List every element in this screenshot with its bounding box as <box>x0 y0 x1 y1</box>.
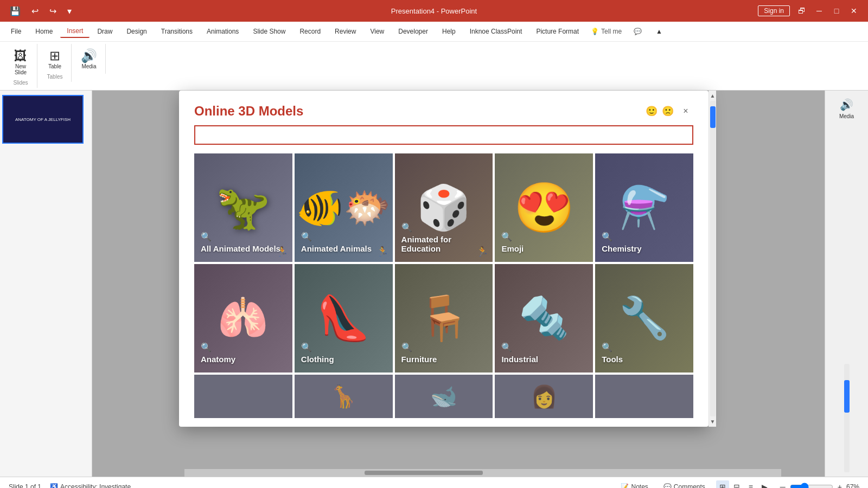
zoom-level-label: 67% <box>846 483 859 489</box>
dialog-scrollbar[interactable]: ▲ ▼ <box>709 91 716 427</box>
tab-developer[interactable]: Developer <box>392 25 435 37</box>
category-card-animated-animals[interactable]: 🐠🐡 🔍 Animated Animals 🏃 <box>295 153 393 262</box>
tab-view[interactable]: View <box>363 25 391 37</box>
thumbs-down-icon[interactable]: 🙁 <box>662 105 674 117</box>
customize-icon[interactable]: ▾ <box>64 5 75 17</box>
scroll-thumb[interactable] <box>710 106 716 128</box>
card-name-education: Animated for Education <box>401 235 487 253</box>
category-card-clothing[interactable]: 👠 🔍 Clothing <box>295 264 393 373</box>
window-controls: 🗗 ─ □ ✕ <box>794 3 861 18</box>
card-footer-education: 🏃 <box>476 246 488 258</box>
slideshow-view-icon[interactable]: ▶ <box>758 480 771 489</box>
category-card-anatomy[interactable]: 🫁 🔍 Anatomy <box>194 264 292 373</box>
slide-thumbnail[interactable]: ANATOMY OF A JELLYFISH <box>2 95 84 144</box>
card-label-chemistry: 🔍 Chemistry <box>595 227 693 262</box>
notes-icon: 📝 <box>621 483 629 489</box>
dialog-search-area <box>194 125 693 145</box>
partial-card-4-content: 👩 <box>495 375 593 418</box>
collapse-ribbon-btn[interactable]: ▲ <box>649 25 669 37</box>
restore-window-icon[interactable]: 🗗 <box>794 3 809 18</box>
comments-ribbon-btn[interactable]: 💬 <box>627 25 648 37</box>
scroll-up-button[interactable]: ▲ <box>709 92 717 100</box>
tab-design[interactable]: Design <box>120 25 153 37</box>
card-footer-all-animated: 🏃 <box>276 246 288 258</box>
dialog-header: Online 3D Models 🙂 🙁 × <box>179 91 709 125</box>
tab-animations[interactable]: Animations <box>200 25 245 37</box>
scroll-track <box>710 101 716 416</box>
card-name-animated-animals: Animated Animals <box>301 244 386 253</box>
tab-record[interactable]: Record <box>293 25 327 37</box>
partial-card-4[interactable]: 👩 <box>495 375 593 418</box>
zoom-out-button[interactable]: ─ <box>778 483 788 489</box>
reading-view-icon[interactable]: ≡ <box>744 480 757 489</box>
table-label: Table <box>48 63 61 69</box>
table-group: ⊞ Table Tables <box>39 44 72 82</box>
normal-view-icon[interactable]: ⊞ <box>716 480 729 489</box>
ribbon-tabs: File Home Insert Draw Design Transitions… <box>0 22 868 41</box>
tab-review[interactable]: Review <box>328 25 362 37</box>
new-slide-button[interactable]: 🖼 NewSlide <box>9 46 33 78</box>
v-scroll-thumb[interactable] <box>844 380 850 413</box>
category-card-emoji[interactable]: 😍 🔍 Emoji <box>495 153 593 262</box>
lightbulb-icon: 💡 <box>591 28 599 35</box>
comments-button[interactable]: 💬 Comments <box>659 481 710 489</box>
card-footer-animated-animals: 🏃 <box>376 246 388 258</box>
dialog-close-button[interactable]: × <box>678 104 693 119</box>
close-icon[interactable]: ✕ <box>846 3 861 18</box>
maximize-icon[interactable]: □ <box>829 3 844 18</box>
undo-icon[interactable]: ↩ <box>28 5 42 17</box>
media-label: Media <box>81 63 96 69</box>
zoom-slider[interactable] <box>790 483 833 489</box>
redo-icon[interactable]: ↪ <box>46 5 60 17</box>
tab-transitions[interactable]: Transitions <box>155 25 199 37</box>
card-name-all-animated: All Animated Models <box>201 244 286 253</box>
partial-card-2-content: 🦒 <box>295 375 393 418</box>
search-icon-chemistry: 🔍 <box>602 232 687 242</box>
tab-inknoe[interactable]: Inknoe ClassPoint <box>463 25 529 37</box>
media-group: 🔊 Media <box>73 44 106 74</box>
tab-home[interactable]: Home <box>29 25 59 37</box>
view-icons: ⊞ ⊟ ≡ ▶ <box>716 480 771 489</box>
tab-picture-format[interactable]: Picture Format <box>529 25 585 37</box>
media-button[interactable]: 🔊 Media <box>77 46 101 72</box>
tab-insert[interactable]: Insert <box>60 25 90 38</box>
search-input[interactable] <box>194 125 693 145</box>
minimize-icon[interactable]: ─ <box>812 3 827 18</box>
industrial-emoji: 🔩 <box>519 294 570 342</box>
partial-card-1[interactable] <box>194 375 292 418</box>
category-card-all-animated[interactable]: 🦖 🔍 All Animated Models 🏃 <box>194 153 292 262</box>
furniture-emoji: 🪑 <box>417 293 471 344</box>
slide-sorter-icon[interactable]: ⊟ <box>730 480 743 489</box>
table-button[interactable]: ⊞ Table <box>43 46 67 72</box>
partial-card-2[interactable]: 🦒 <box>295 375 393 418</box>
tab-draw[interactable]: Draw <box>91 25 119 37</box>
card-label-industrial: 🔍 Industrial <box>495 338 593 373</box>
sign-in-button[interactable]: Sign in <box>758 5 790 16</box>
zoom-in-button[interactable]: + <box>835 483 844 489</box>
category-card-industrial[interactable]: 🔩 🔍 Industrial <box>495 264 593 373</box>
dialog-body: 🦖 🔍 All Animated Models 🏃 <box>179 153 709 427</box>
tab-file[interactable]: File <box>4 25 28 37</box>
partial-card-5[interactable] <box>595 375 693 418</box>
tell-me-area[interactable]: 💡 Tell me <box>586 25 626 37</box>
category-card-education[interactable]: 🎲 🔍 Animated for Education 🏃 <box>395 153 493 262</box>
scroll-down-button[interactable]: ▼ <box>709 418 717 426</box>
category-card-furniture[interactable]: 🪑 🔍 Furniture <box>395 264 493 373</box>
accessibility-area[interactable]: ♿ Accessibility: Investigate <box>50 483 131 489</box>
thumbs-up-icon[interactable]: 🙂 <box>646 105 658 117</box>
tab-slideshow[interactable]: Slide Show <box>246 25 292 37</box>
search-icon-all-animated: 🔍 <box>201 232 286 242</box>
save-icon[interactable]: 💾 <box>7 5 24 17</box>
card-label-clothing: 🔍 Clothing <box>295 338 393 373</box>
media-right-button[interactable]: 🔊 Media <box>828 95 866 123</box>
notes-button[interactable]: 📝 Notes <box>616 481 652 489</box>
tab-help[interactable]: Help <box>436 25 462 37</box>
partial-card-3[interactable]: 🐋 <box>395 375 493 418</box>
category-card-chemistry[interactable]: ⚗️ 🔍 Chemistry <box>595 153 693 262</box>
category-card-tools[interactable]: 🔧 🔍 Tools <box>595 264 693 373</box>
comments-icon: 💬 <box>663 483 672 489</box>
search-icon-education: 🔍 <box>401 222 487 233</box>
model-grid-row1: 🦖 🔍 All Animated Models 🏃 <box>194 153 693 262</box>
slide-count-label: Slide 1 of 1 <box>9 483 41 489</box>
zoom-controls: ─ + 67% <box>778 483 859 489</box>
